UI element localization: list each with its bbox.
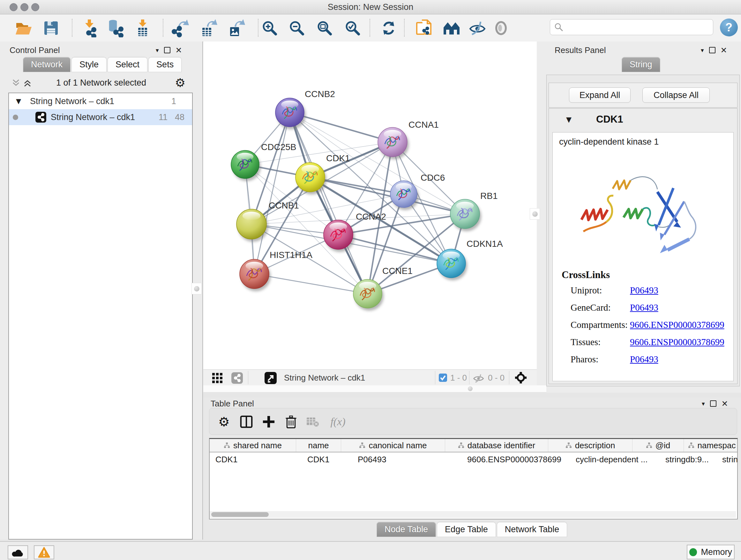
network-node-CDK1[interactable]: [295, 163, 327, 194]
network-collection-row[interactable]: ▼ String Network – cdk1 1: [9, 93, 192, 109]
create-column-button[interactable]: [260, 413, 278, 431]
export-network-button[interactable]: [171, 18, 192, 38]
detach-view-icon[interactable]: [265, 372, 277, 384]
network-node-CCNA2[interactable]: [324, 220, 354, 252]
collection-expand-icon[interactable]: ▼: [16, 98, 21, 105]
panel-menu-caret-icon[interactable]: ▾: [701, 47, 704, 54]
first-neighbors-button[interactable]: [441, 18, 462, 38]
export-table-button[interactable]: [199, 18, 219, 38]
column-header-description[interactable]: description: [548, 439, 632, 452]
column-header-shared-name[interactable]: shared name: [210, 439, 296, 452]
right-splitter-handle[interactable]: [530, 208, 540, 220]
crosslink-value-link[interactable]: 9606.ENSP00000378699: [630, 320, 724, 337]
tab-sets[interactable]: Sets: [148, 57, 182, 72]
expand-all-button[interactable]: Expand All: [569, 87, 630, 103]
panel-float-icon[interactable]: [710, 400, 717, 407]
hidden-eye-slash-icon: [472, 374, 484, 383]
crosslink-value-link[interactable]: P06493: [630, 285, 658, 302]
tab-node-table[interactable]: Node Table: [377, 522, 436, 537]
tab-style[interactable]: Style: [71, 57, 107, 72]
tab-select[interactable]: Select: [108, 57, 147, 72]
network-node-RB1[interactable]: [450, 199, 481, 231]
network-node-CDC25B[interactable]: [231, 150, 261, 181]
node-gloss: [359, 282, 376, 290]
network-node-CDC6[interactable]: [390, 181, 419, 210]
panel-float-icon[interactable]: [709, 47, 716, 53]
node-label-CCNB1: CCNB1: [269, 200, 299, 210]
left-splitter-handle[interactable]: [192, 283, 202, 294]
tab-string[interactable]: String: [622, 57, 660, 72]
column-header-namespac[interactable]: namespac: [684, 439, 738, 452]
export-image-button[interactable]: [226, 18, 247, 38]
selected-checkbox-icon[interactable]: [439, 374, 447, 382]
gene-card-header[interactable]: ▼ CDK1: [549, 109, 737, 132]
node-label-CCNA1: CCNA1: [408, 120, 439, 130]
function-builder-button[interactable]: f(x): [324, 413, 352, 431]
panel-close-icon[interactable]: ✕: [721, 46, 727, 54]
table-cell: stringdb:9...: [660, 452, 717, 466]
selected-counts: 1 - 0: [450, 373, 467, 383]
crosslink-value-link[interactable]: P06493: [630, 354, 658, 371]
open-session-button[interactable]: [13, 18, 35, 38]
table-horizontal-scrollbar[interactable]: [210, 511, 736, 518]
column-header-database-identifier[interactable]: database identifier: [445, 439, 548, 452]
delete-column-button[interactable]: [282, 413, 300, 431]
zoom-in-button[interactable]: [259, 18, 280, 38]
node-gloss: [246, 262, 263, 270]
network-row[interactable]: String Network – cdk1 11 48: [9, 109, 192, 125]
toolbar-separator: [72, 19, 72, 37]
gene-card-collapse-icon[interactable]: ▼: [566, 116, 571, 124]
search-input[interactable]: [563, 22, 713, 32]
node-label-CDC25B: CDC25B: [261, 142, 296, 152]
show-columns-button[interactable]: [238, 413, 255, 431]
column-header-@id[interactable]: @id: [632, 439, 684, 452]
network-node-CCNA1[interactable]: [378, 127, 409, 159]
panel-menu-caret-icon[interactable]: ▾: [702, 400, 705, 407]
import-table-file-button[interactable]: [132, 18, 153, 38]
cloud-status-button[interactable]: [8, 545, 28, 559]
clone-network-button[interactable]: [414, 18, 435, 38]
network-node-HIST1H1A[interactable]: [240, 259, 271, 291]
table-options-button[interactable]: ⚙: [215, 413, 233, 431]
memory-button[interactable]: Memory: [687, 545, 735, 559]
window-close-button[interactable]: [10, 3, 17, 11]
window-minimize-button[interactable]: [20, 3, 28, 11]
footer-separator: [509, 371, 509, 384]
network-badge-gray-icon[interactable]: [231, 372, 243, 384]
zoom-fit-button[interactable]: [314, 18, 335, 38]
grid-view-icon[interactable]: [212, 373, 223, 383]
panel-close-icon[interactable]: ✕: [722, 400, 728, 408]
zoom-out-button[interactable]: [286, 18, 307, 38]
network-node-CCNB2[interactable]: [275, 98, 306, 129]
window-zoom-button[interactable]: [31, 3, 39, 11]
table-row[interactable]: CDK1CDK1P064939606.ENSP00000378699cyclin…: [210, 452, 737, 466]
tab-edge-table[interactable]: Edge Table: [437, 522, 496, 537]
column-header-name[interactable]: name: [296, 439, 341, 452]
column-header-canonical-name[interactable]: canonical name: [341, 439, 445, 452]
expand-collapse-bar: Expand All Collapse All: [549, 83, 738, 108]
network-canvas[interactable]: CCNB2CCNA1CDC25BCDK1CDC6RB1CCNB1CCNA2CDK…: [203, 42, 537, 369]
zoom-selected-button[interactable]: [342, 18, 363, 38]
scrollbar-thumb[interactable]: [211, 512, 269, 517]
import-network-file-button[interactable]: [79, 18, 100, 38]
panel-menu-caret-icon[interactable]: ▾: [156, 47, 159, 54]
birdseye-crosshair-icon[interactable]: [514, 371, 528, 385]
crosslink-value-link[interactable]: P06493: [630, 302, 658, 320]
warnings-button[interactable]: [34, 545, 54, 559]
network-edge-CCNE1-CCNB2[interactable]: [290, 112, 367, 294]
network-options-gear-icon[interactable]: ⚙: [175, 76, 185, 90]
network-node-CDKN1A[interactable]: [437, 249, 467, 280]
apply-layout-button[interactable]: [378, 18, 399, 38]
hide-selected-button[interactable]: [467, 18, 488, 38]
delete-table-button[interactable]: [304, 413, 322, 431]
panel-float-icon[interactable]: [164, 47, 171, 53]
panel-close-icon[interactable]: ✕: [176, 46, 182, 54]
tab-network[interactable]: Network: [23, 57, 71, 72]
save-session-button[interactable]: [41, 18, 62, 38]
collapse-all-button[interactable]: Collapse All: [643, 87, 710, 103]
crosslink-value-link[interactable]: 9606.ENSP00000378699: [630, 337, 724, 354]
show-all-button[interactable]: [490, 18, 512, 38]
import-network-database-button[interactable]: [105, 18, 126, 38]
tab-network-table[interactable]: Network Table: [497, 522, 567, 537]
help-button[interactable]: ?: [720, 18, 738, 37]
